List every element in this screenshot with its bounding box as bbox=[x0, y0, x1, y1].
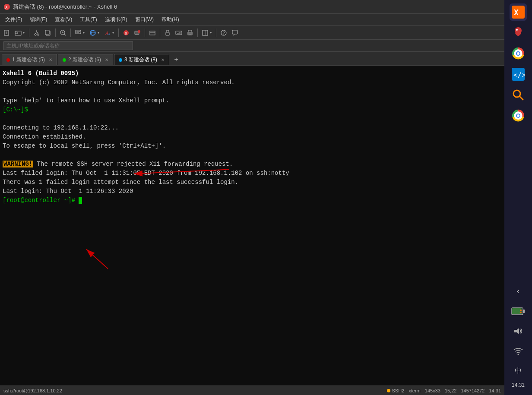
tab3-close[interactable]: ✕ bbox=[161, 57, 165, 62]
svg-rect-42 bbox=[189, 33, 191, 35]
tab2-close[interactable]: ✕ bbox=[105, 57, 108, 62]
svg-point-70 bbox=[520, 310, 522, 311]
tab-2[interactable]: 2 新建会话 (6) ✕ bbox=[58, 54, 113, 65]
toolbar-new[interactable] bbox=[2, 28, 12, 38]
tab-add-button[interactable]: + bbox=[171, 55, 181, 65]
right-sidebar: X </> bbox=[504, 0, 532, 395]
toolbar-print[interactable] bbox=[185, 28, 195, 38]
sidebar-chrome-icon[interactable] bbox=[510, 45, 527, 62]
svg-rect-14 bbox=[45, 30, 49, 35]
toolbar-zoom-dropdown[interactable] bbox=[58, 29, 68, 37]
menu-bar: 文件(F) 编辑(E) 查看(V) 工具(T) 选项卡(B) 窗口(W) 帮助(… bbox=[0, 14, 504, 26]
toolbar-keyboard[interactable] bbox=[174, 28, 184, 38]
term-cursor bbox=[79, 197, 82, 204]
toolbar-sep4 bbox=[118, 28, 119, 37]
status-term: xterm bbox=[408, 388, 421, 393]
svg-rect-34 bbox=[176, 31, 182, 35]
svg-point-72 bbox=[518, 354, 519, 355]
toolbar-sep1 bbox=[29, 28, 29, 37]
toolbar-red-circle[interactable]: S bbox=[121, 28, 131, 38]
toolbar-lock[interactable] bbox=[162, 28, 173, 38]
sidebar-collapse-btn[interactable]: ‹ bbox=[510, 283, 527, 300]
term-line-13: There was 1 failed login attempt since t… bbox=[3, 178, 502, 187]
menu-tabs[interactable]: 选项卡(B) bbox=[101, 15, 131, 24]
svg-point-9 bbox=[37, 34, 39, 35]
time-text: 14:31 bbox=[512, 382, 525, 388]
svg-rect-33 bbox=[166, 32, 169, 35]
toolbar-cut[interactable] bbox=[32, 28, 42, 38]
sidebar-xshell-icon[interactable]: X bbox=[510, 3, 527, 21]
svg-point-59 bbox=[517, 52, 519, 55]
tab-3[interactable]: 3 新建会话 (8) ✕ bbox=[114, 54, 169, 65]
toolbar-chat[interactable] bbox=[230, 28, 240, 38]
toolbar-sep7 bbox=[197, 28, 198, 37]
term-line-8: Connection established. bbox=[3, 133, 502, 142]
tab-bar: 1 新建会话 (5) ✕ 2 新建会话 (6) ✕ 3 新建会话 (8) ✕ + bbox=[0, 52, 504, 66]
svg-line-10 bbox=[35, 32, 37, 34]
toolbar-copy[interactable] bbox=[43, 28, 53, 38]
tab2-label: 2 新建会话 (6) bbox=[68, 56, 101, 63]
toolbar-sep2 bbox=[55, 28, 56, 37]
toolbar-sep5 bbox=[145, 28, 145, 37]
status-pos: 15,22 bbox=[445, 388, 457, 393]
toolbar-font-dropdown[interactable]: A a ▾ bbox=[102, 29, 116, 37]
status-bar: ssh://root@192.168.1.10:22 SSH2 xterm 14… bbox=[0, 386, 504, 395]
sidebar-search-icon[interactable] bbox=[510, 86, 527, 104]
toolbar-help[interactable]: ? bbox=[218, 28, 229, 38]
toolbar-record[interactable] bbox=[132, 28, 142, 38]
terminal[interactable]: Xshell 6 (Build 0095) Copyright (c) 2002… bbox=[0, 66, 504, 386]
menu-tools[interactable]: 工具(T) bbox=[76, 15, 100, 24]
sidebar-vscode-icon[interactable]: </> bbox=[510, 66, 527, 83]
sidebar-lang-icon[interactable]: 中 bbox=[510, 362, 527, 379]
tab1-label: 1 新建会话 (5) bbox=[12, 56, 45, 63]
svg-rect-47 bbox=[232, 30, 238, 34]
tab1-close[interactable]: ✕ bbox=[49, 57, 52, 62]
menu-edit[interactable]: 编辑(E) bbox=[26, 15, 51, 24]
sidebar-battery-icon[interactable] bbox=[510, 303, 527, 320]
svg-marker-71 bbox=[514, 328, 519, 334]
toolbar-open-dropdown[interactable]: ▾ bbox=[13, 29, 27, 37]
svg-point-30 bbox=[138, 30, 140, 33]
status-pos-label: 15,22 bbox=[445, 388, 457, 393]
address-input[interactable] bbox=[3, 41, 133, 50]
address-bar bbox=[0, 40, 504, 52]
term-line-4: Type `help' to learn how to use Xshell p… bbox=[3, 96, 502, 105]
toolbar-globe-dropdown[interactable]: ▾ bbox=[88, 29, 101, 37]
svg-rect-19 bbox=[76, 30, 81, 34]
term-line-15: [root@controller ~]# bbox=[3, 196, 502, 205]
sidebar-chrome2-icon[interactable] bbox=[510, 107, 527, 124]
sidebar-bottom: ‹ bbox=[510, 283, 527, 392]
toolbar: ▾ bbox=[0, 26, 504, 40]
status-dot bbox=[387, 389, 390, 392]
svg-rect-31 bbox=[150, 31, 155, 35]
svg-rect-69 bbox=[523, 310, 525, 313]
menu-view[interactable]: 查看(V) bbox=[51, 15, 76, 24]
svg-text:X: X bbox=[514, 8, 519, 17]
toolbar-sep6 bbox=[160, 28, 160, 37]
sidebar-wifi-icon[interactable] bbox=[510, 342, 527, 360]
lang-label: 中 bbox=[515, 367, 522, 376]
toolbar-sep8 bbox=[216, 28, 216, 37]
title-bar: X 新建会话 (8) - root@controller:~ - Xshell … bbox=[0, 0, 504, 14]
menu-window[interactable]: 窗口(W) bbox=[132, 15, 157, 24]
svg-point-8 bbox=[35, 34, 36, 35]
sidebar-app2-icon[interactable] bbox=[510, 24, 527, 41]
term-line-9: To escape to local shell, press 'Ctrl+Al… bbox=[3, 142, 502, 151]
toolbar-sep3 bbox=[70, 28, 71, 37]
toolbar-maximize[interactable] bbox=[147, 28, 158, 38]
toolbar-session-dropdown[interactable]: ▾ bbox=[73, 29, 87, 37]
menu-file[interactable]: 文件(F) bbox=[2, 15, 25, 24]
menu-help[interactable]: 帮助(H) bbox=[158, 15, 183, 24]
status-term-label: xterm bbox=[408, 388, 421, 393]
xshell-title-icon: X bbox=[3, 3, 10, 10]
svg-text:S: S bbox=[125, 32, 127, 35]
tab-1[interactable]: 1 新建会话 (5) ✕ bbox=[2, 54, 57, 65]
term-line-14: Last login: Thu Oct 1 11:26:33 2020 bbox=[3, 187, 502, 196]
status-time: 14:31 bbox=[489, 388, 501, 393]
status-connection: ssh://root@192.168.1.10:22 bbox=[3, 388, 383, 393]
svg-line-51 bbox=[86, 250, 108, 269]
status-ssh: SSH2 bbox=[387, 388, 405, 393]
toolbar-split-dropdown[interactable]: ▾ bbox=[200, 29, 214, 37]
svg-text:?: ? bbox=[223, 31, 225, 35]
sidebar-volume-icon[interactable] bbox=[510, 322, 527, 340]
